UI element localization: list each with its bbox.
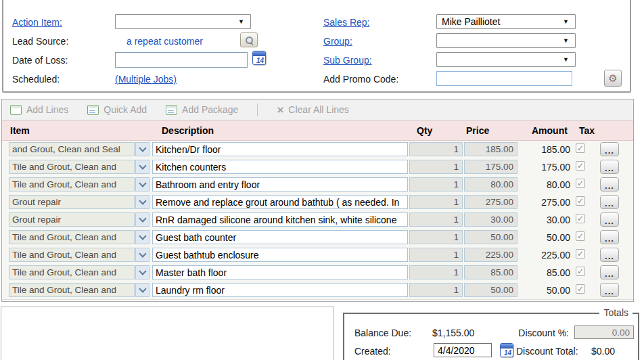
- action-item-select[interactable]: ▼: [115, 14, 251, 29]
- ellipsis-button[interactable]: ...: [600, 283, 619, 297]
- multiple-jobs-link[interactable]: (Multiple Jobs): [115, 74, 177, 85]
- description-input[interactable]: [152, 212, 408, 227]
- ellipsis-button[interactable]: ...: [600, 265, 619, 279]
- item-input[interactable]: [9, 142, 135, 156]
- sub-group-select[interactable]: ▼: [436, 52, 576, 67]
- item-input[interactable]: [9, 212, 135, 227]
- item-chevron-down-icon[interactable]: [135, 142, 150, 156]
- qty-input[interactable]: [409, 177, 463, 192]
- price-input[interactable]: [464, 248, 518, 262]
- tax-checkbox[interactable]: ✓: [576, 249, 585, 258]
- item-input[interactable]: [9, 248, 135, 262]
- price-input[interactable]: [464, 265, 518, 279]
- description-input[interactable]: [152, 265, 408, 279]
- date-of-loss-input[interactable]: [115, 52, 248, 68]
- quick-add-button[interactable]: Quick Add: [87, 104, 147, 115]
- calendar-icon[interactable]: 14: [500, 343, 513, 357]
- qty-input[interactable]: [409, 195, 463, 209]
- discount-pct-input[interactable]: [574, 325, 634, 339]
- amount-value: 225.00: [516, 248, 570, 262]
- promo-apply-button[interactable]: ⚙: [604, 70, 622, 87]
- tax-checkbox[interactable]: ✓: [576, 214, 585, 223]
- item-input[interactable]: [9, 160, 135, 174]
- tax-checkbox[interactable]: ✓: [576, 196, 585, 206]
- tax-checkbox[interactable]: ✓: [576, 231, 585, 241]
- chevron-down-icon: ▼: [563, 56, 570, 63]
- created-date-input[interactable]: [434, 343, 492, 357]
- item-chevron-down-icon[interactable]: [135, 265, 150, 279]
- lead-source-search-button[interactable]: [240, 32, 258, 47]
- qty-input[interactable]: [409, 283, 463, 297]
- item-chevron-down-icon[interactable]: [135, 230, 150, 244]
- ellipsis-button[interactable]: ...: [600, 212, 619, 227]
- group-select[interactable]: ▼: [436, 33, 576, 48]
- add-lines-button[interactable]: Add Lines: [10, 104, 68, 115]
- ellipsis-button[interactable]: ...: [600, 230, 619, 244]
- promo-code-input[interactable]: [436, 71, 572, 86]
- sales-rep-link[interactable]: Sales Rep:: [323, 17, 369, 28]
- price-input[interactable]: [464, 160, 518, 174]
- check-icon: ✓: [577, 215, 584, 223]
- clear-all-lines-button[interactable]: × Clear All Lines: [277, 104, 348, 116]
- ellipsis-button[interactable]: ...: [600, 195, 619, 209]
- price-input[interactable]: [464, 212, 518, 227]
- description-input[interactable]: [152, 195, 408, 209]
- description-input[interactable]: [152, 160, 408, 174]
- item-chevron-down-icon[interactable]: [135, 195, 150, 209]
- action-item-link[interactable]: Action Item:: [12, 17, 62, 28]
- item-chevron-down-icon[interactable]: [135, 283, 150, 297]
- sub-group-link[interactable]: Sub Group:: [323, 55, 372, 66]
- qty-input[interactable]: [409, 142, 463, 156]
- description-input[interactable]: [152, 230, 408, 244]
- check-icon: ✓: [577, 144, 584, 152]
- header-qty: Qty: [417, 125, 432, 136]
- item-chevron-down-icon[interactable]: [135, 177, 150, 192]
- tax-checkbox[interactable]: ✓: [576, 143, 585, 153]
- tax-checkbox[interactable]: ✓: [576, 284, 585, 294]
- price-input[interactable]: [464, 142, 518, 156]
- description-input[interactable]: [152, 142, 408, 156]
- amount-value: 175.00: [516, 160, 570, 174]
- toolbar-separator: [257, 104, 258, 116]
- item-input[interactable]: [9, 177, 135, 192]
- calendar-icon[interactable]: 14: [252, 51, 266, 65]
- totals-fieldset: Totals Balance Due: $1,155.00 Discount %…: [343, 313, 639, 360]
- sales-rep-select[interactable]: Mike Pailliotet ▼: [436, 14, 576, 29]
- clear-icon: ×: [277, 104, 283, 116]
- table-row: 80.00 ✓ ...: [2, 176, 633, 194]
- item-input[interactable]: [9, 195, 135, 209]
- check-icon: ✓: [577, 179, 584, 187]
- qty-input[interactable]: [409, 248, 463, 262]
- add-package-button[interactable]: Add Package: [166, 104, 238, 115]
- description-input[interactable]: [152, 283, 408, 297]
- item-input[interactable]: [9, 283, 135, 297]
- price-input[interactable]: [464, 177, 518, 192]
- item-chevron-down-icon[interactable]: [135, 248, 150, 262]
- tax-checkbox[interactable]: ✓: [576, 161, 585, 171]
- qty-input[interactable]: [409, 230, 463, 244]
- description-input[interactable]: [152, 177, 408, 192]
- tax-checkbox[interactable]: ✓: [576, 267, 585, 276]
- amount-value: 85.00: [516, 265, 570, 279]
- group-link[interactable]: Group:: [323, 36, 352, 47]
- price-input[interactable]: [464, 230, 518, 244]
- notes-box: [1, 307, 334, 360]
- price-input[interactable]: [464, 195, 518, 209]
- item-input[interactable]: [9, 230, 135, 244]
- qty-input[interactable]: [409, 212, 463, 227]
- item-chevron-down-icon[interactable]: [135, 160, 150, 174]
- table-header-row: Item Description Qty Price Amount Tax: [2, 120, 633, 141]
- description-input[interactable]: [152, 248, 408, 262]
- header-item: Item: [10, 125, 30, 136]
- item-chevron-down-icon[interactable]: [135, 212, 150, 227]
- qty-input[interactable]: [409, 160, 463, 174]
- ellipsis-button[interactable]: ...: [600, 160, 619, 174]
- tax-checkbox[interactable]: ✓: [576, 179, 585, 188]
- item-input[interactable]: [9, 265, 135, 279]
- ellipsis-button[interactable]: ...: [600, 248, 619, 262]
- ellipsis-button[interactable]: ...: [600, 177, 619, 192]
- ellipsis-button[interactable]: ...: [600, 142, 619, 156]
- qty-input[interactable]: [409, 265, 463, 279]
- check-icon: ✓: [577, 285, 584, 293]
- price-input[interactable]: [464, 283, 518, 297]
